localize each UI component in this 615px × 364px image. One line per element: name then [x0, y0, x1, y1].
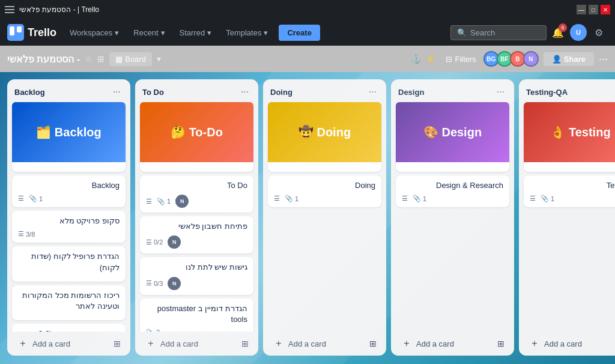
- checklist-symbol: ☰: [18, 195, 24, 202]
- card-card-testing-1[interactable]: Testing☰ 📎 1: [524, 175, 615, 207]
- add-card-template-icon: ⊞: [114, 339, 121, 348]
- recent-menu[interactable]: Recent ▾: [127, 25, 171, 41]
- card-card-backlog-5[interactable]: מסע ברוכים הבאים (2-3 מיילים ופסמסים): [12, 324, 126, 332]
- card-banner-card-testing-banner: 👌 Testing: [524, 102, 615, 162]
- card-card-backlog-1[interactable]: Backlog☰ 📎 1: [12, 175, 126, 207]
- card-meta-card-todo-3: ☰ 0/3N: [146, 277, 247, 290]
- add-card-label: Add a card: [416, 339, 454, 348]
- close-button[interactable]: ✕: [601, 5, 610, 14]
- card-title-card-backlog-5: מסע ברוכים הבאים (2-3 מיילים ופסמסים): [18, 329, 120, 332]
- board: Backlog ···🗂️ BacklogBacklog☰ 📎 1סקופ פר…: [0, 72, 615, 364]
- card-member-avatar: N: [168, 277, 181, 290]
- card-card-backlog-banner[interactable]: 🗂️ Backlog: [12, 102, 126, 172]
- plus-icon: +: [401, 338, 413, 350]
- card-meta-card-design-1: ☰ 📎 1: [402, 195, 503, 202]
- card-meta-card-doing-1: ☰ 📎 1: [274, 195, 375, 202]
- checklist-symbol: ☰: [146, 198, 152, 205]
- column-menu-design[interactable]: ···: [494, 85, 507, 99]
- card-card-todo-banner[interactable]: 🤔 To-Do: [140, 102, 253, 172]
- card-card-backlog-3[interactable]: הגדרת פרופיל לקוח (שדות לקוח): [12, 246, 126, 281]
- card-card-design-banner[interactable]: 🎨 Design: [396, 102, 509, 172]
- create-button[interactable]: Create: [279, 25, 320, 41]
- card-card-todo-3[interactable]: גישות שיש לתת לנו☰ 0/3N: [140, 257, 253, 294]
- checklist-symbol: ☰: [146, 238, 152, 246]
- column-body-backlog: 🗂️ BacklogBacklog☰ 📎 1סקופ פרויקט מלא☰ 3…: [7, 102, 130, 332]
- checklist-icon: ☰ 3/8: [18, 230, 35, 238]
- profile-button[interactable]: U: [569, 23, 587, 41]
- star-button[interactable]: ☆: [85, 54, 92, 64]
- minimize-button[interactable]: —: [577, 5, 586, 14]
- hamburger-menu[interactable]: [5, 6, 14, 13]
- templates-menu[interactable]: Templates ▾: [220, 25, 274, 41]
- titlebar-left: הסטמעת פלאשי - | Trello: [5, 5, 99, 14]
- maximize-button[interactable]: □: [589, 5, 598, 14]
- starred-menu[interactable]: Starred ▾: [174, 25, 218, 41]
- column-menu-doing[interactable]: ···: [366, 85, 379, 99]
- checklist-icon: ☰ 0/3: [146, 279, 163, 287]
- card-title-card-backlog-1: Backlog: [18, 180, 120, 191]
- workspace-icon-button[interactable]: ⊞: [97, 54, 105, 64]
- notifications-button[interactable]: 🔔 6: [549, 23, 567, 41]
- column-body-todo: 🤔 To-DoTo Do☰ 📎 1Nפתיחת חשבון פלאשי☰ 0/2…: [135, 102, 258, 332]
- anchor-button[interactable]: ⚓: [411, 54, 421, 64]
- share-button[interactable]: 👤 Share: [544, 52, 594, 66]
- trello-logo-icon: [7, 24, 24, 41]
- card-card-design-1[interactable]: Design & Research☰ 📎 1: [396, 175, 509, 207]
- column-doing: Doing ···🤠 DoingDoing☰ 📎 1+Add a card ⊞: [263, 79, 386, 356]
- column-title-design: Design: [398, 88, 424, 97]
- card-card-doing-banner[interactable]: 🤠 Doing: [268, 102, 381, 172]
- card-member-avatar: N: [175, 195, 189, 208]
- workspaces-menu[interactable]: Workspaces ▾: [64, 25, 125, 41]
- svg-rect-2: [17, 26, 22, 32]
- lightning-button[interactable]: ⚡: [426, 54, 436, 64]
- plus-icon: +: [17, 338, 29, 350]
- card-title-card-todo-3: גישות שיש לתת לנו: [146, 262, 247, 273]
- settings-button[interactable]: ⚙: [590, 23, 608, 41]
- add-card-btn-testing[interactable]: +Add a card ⊞: [524, 334, 615, 353]
- chevron-down-icon[interactable]: ▾: [157, 54, 161, 64]
- filter-icon: ⊟: [446, 55, 452, 64]
- card-card-todo-2[interactable]: פתיחת חשבון פלאשי☰ 0/2N: [140, 216, 253, 253]
- more-options-button[interactable]: ···: [599, 53, 608, 65]
- card-meta-card-backlog-1: ☰ 📎 1: [18, 195, 120, 202]
- add-card-btn-todo[interactable]: +Add a card ⊞: [140, 334, 253, 353]
- card-title-card-backlog-3: הגדרת פרופיל לקוח (שדות לקוח): [18, 251, 120, 273]
- card-card-todo-1[interactable]: To Do☰ 📎 1N: [140, 175, 253, 213]
- attachment-icon: 📎 1: [285, 195, 298, 202]
- board-title: - הסטמעת פלאשי: [7, 53, 80, 65]
- board-icon: ▦: [115, 55, 123, 64]
- board-view-button[interactable]: ▦ Board: [109, 52, 152, 66]
- trello-text: Trello: [28, 26, 56, 39]
- nav-icons: 🔔 6 U ⚙: [549, 23, 608, 41]
- card-card-backlog-4[interactable]: ריכוז הרשומות מכל המקורות וטעינה לאתר: [12, 285, 126, 320]
- titlebar-title: הסטמעת פלאשי - | Trello: [19, 5, 99, 14]
- checklist-symbol: ☰: [530, 195, 536, 202]
- filters-button[interactable]: ⊟ Filters: [441, 52, 480, 66]
- column-title-doing: Doing: [270, 88, 292, 97]
- column-title-testing: Testing-QA: [526, 88, 568, 97]
- card-card-backlog-2[interactable]: סקופ פרויקט מלא☰ 3/8: [12, 211, 126, 243]
- card-card-todo-4[interactable]: הגדרת דומיין ב postmaster tools📎 2: [140, 299, 253, 332]
- card-banner-card-backlog-banner: 🗂️ Backlog: [12, 102, 126, 162]
- column-body-doing: 🤠 DoingDoing☰ 📎 1: [263, 102, 386, 332]
- column-menu-backlog[interactable]: ···: [111, 85, 123, 99]
- column-title-backlog: Backlog: [14, 88, 45, 97]
- column-header-testing: Testing-QA ···: [519, 79, 615, 102]
- card-title-card-design-1: Design & Research: [402, 180, 503, 191]
- column-design: Design ···🎨 DesignDesign & Research☰ 📎 1…: [391, 79, 514, 356]
- column-menu-todo[interactable]: ···: [238, 85, 251, 99]
- card-card-testing-banner[interactable]: 👌 Testing: [524, 102, 615, 172]
- column-header-backlog: Backlog ···: [7, 79, 130, 102]
- checklist-icon: ☰: [18, 195, 24, 202]
- add-card-btn-design[interactable]: +Add a card ⊞: [396, 334, 509, 353]
- column-body-testing: 👌 TestingTesting☰ 📎 1: [519, 102, 615, 332]
- search-input[interactable]: 🔍 Search: [450, 25, 547, 40]
- plus-icon: +: [145, 338, 157, 350]
- column-body-design: 🎨 DesignDesign & Research☰ 📎 1: [391, 102, 514, 332]
- card-title-card-testing-1: Testing: [530, 180, 615, 191]
- card-meta-card-testing-1: ☰ 📎 1: [530, 195, 615, 202]
- add-card-btn-doing[interactable]: +Add a card ⊞: [268, 334, 381, 353]
- plus-icon: +: [273, 338, 285, 350]
- add-card-btn-backlog[interactable]: +Add a card ⊞: [12, 334, 126, 353]
- card-card-doing-1[interactable]: Doing☰ 📎 1: [268, 175, 381, 207]
